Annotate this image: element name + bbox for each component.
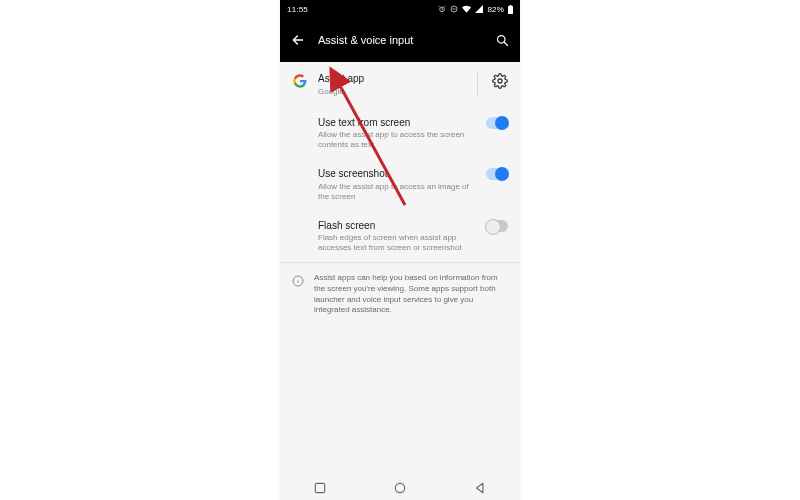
search-button[interactable] bbox=[492, 30, 512, 50]
alarm-icon bbox=[438, 5, 446, 13]
app-bar: Assist & voice input bbox=[280, 18, 520, 62]
setting-use-text[interactable]: Use text from screen Allow the assist ap… bbox=[280, 108, 520, 160]
dnd-icon bbox=[450, 5, 458, 13]
settings-content: Assist app Google Use text from screen A… bbox=[280, 62, 520, 326]
info-icon bbox=[292, 273, 304, 290]
assist-app-subtitle: Google bbox=[318, 87, 465, 97]
setting-title: Use text from screen bbox=[318, 117, 476, 130]
setting-subtitle: Flash edges of screen when assist app ac… bbox=[318, 233, 476, 253]
nav-recent-button[interactable] bbox=[313, 481, 327, 499]
battery-pct: 82% bbox=[487, 5, 504, 14]
phone-frame: 11:55 82% Assist & voice input bbox=[280, 0, 520, 500]
setting-subtitle: Allow the assist app to access the scree… bbox=[318, 130, 476, 150]
nav-home-button[interactable] bbox=[393, 481, 407, 499]
page-title: Assist & voice input bbox=[318, 34, 413, 46]
svg-point-8 bbox=[395, 483, 404, 492]
setting-use-screenshot[interactable]: Use screenshot Allow the assist app to a… bbox=[280, 159, 520, 211]
assist-app-row[interactable]: Assist app Google bbox=[280, 62, 520, 108]
back-button[interactable] bbox=[288, 30, 308, 50]
toggle-use-screenshot[interactable] bbox=[486, 168, 508, 180]
svg-point-5 bbox=[498, 79, 502, 83]
signal-icon bbox=[475, 5, 483, 13]
assist-app-settings-button[interactable] bbox=[492, 73, 508, 89]
svg-rect-7 bbox=[315, 483, 324, 492]
toggle-use-text[interactable] bbox=[486, 117, 508, 129]
battery-icon bbox=[508, 5, 513, 14]
status-time: 11:55 bbox=[287, 5, 308, 14]
gear-icon bbox=[492, 73, 508, 89]
wifi-icon bbox=[462, 5, 471, 13]
setting-flash-screen[interactable]: Flash screen Flash edges of screen when … bbox=[280, 211, 520, 263]
toggle-flash-screen[interactable] bbox=[486, 220, 508, 232]
info-text: Assist apps can help you based on inform… bbox=[314, 273, 508, 316]
svg-rect-3 bbox=[510, 5, 512, 6]
divider-vertical bbox=[477, 73, 478, 97]
setting-subtitle: Allow the assist app to access an image … bbox=[318, 182, 476, 202]
nav-back-button[interactable] bbox=[473, 481, 487, 499]
status-bar: 11:55 82% bbox=[280, 0, 520, 18]
setting-title: Use screenshot bbox=[318, 168, 476, 181]
info-row: Assist apps can help you based on inform… bbox=[280, 263, 520, 326]
setting-title: Flash screen bbox=[318, 220, 476, 233]
google-logo-icon bbox=[293, 74, 307, 88]
svg-rect-2 bbox=[508, 6, 513, 14]
assist-app-title: Assist app bbox=[318, 73, 465, 86]
android-navbar bbox=[280, 480, 520, 500]
